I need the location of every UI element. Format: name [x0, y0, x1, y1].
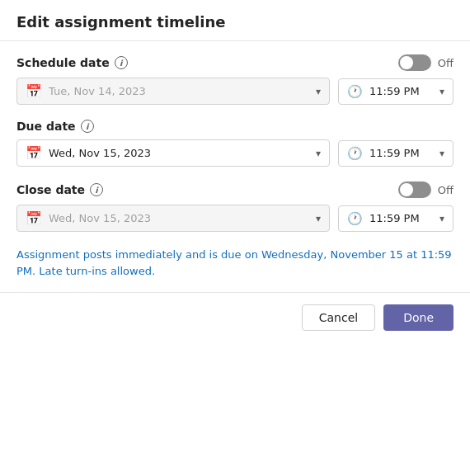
- close-date-picker[interactable]: 📅 Wed, Nov 15, 2023 ▾: [16, 205, 330, 232]
- schedule-date-calendar-icon: 📅: [26, 83, 42, 99]
- dialog-body: Schedule date i Off 📅 Tue, Nov 14, 2023 …: [0, 41, 470, 292]
- close-date-toggle-row: Off: [398, 181, 454, 198]
- due-time-clock-icon: 🕐: [347, 146, 363, 161]
- schedule-date-toggle-knob: [400, 56, 413, 69]
- close-date-label: Close date i: [16, 183, 103, 196]
- schedule-time-chevron-icon: ▾: [439, 86, 444, 97]
- done-button[interactable]: Done: [383, 304, 454, 331]
- schedule-date-picker[interactable]: 📅 Tue, Nov 14, 2023 ▾: [16, 78, 330, 105]
- close-date-info-icon[interactable]: i: [90, 183, 103, 196]
- schedule-date-toggle-label: Off: [438, 57, 454, 69]
- close-date-toggle-knob: [400, 183, 413, 196]
- schedule-date-label-text: Schedule date: [16, 56, 110, 69]
- edit-assignment-dialog: Edit assignment timeline Schedule date i…: [0, 0, 470, 342]
- cancel-button[interactable]: Cancel: [302, 304, 375, 331]
- schedule-date-inputs: 📅 Tue, Nov 14, 2023 ▾ 🕐 11:59 PM ▾: [16, 78, 454, 105]
- schedule-date-label-row: Schedule date i Off: [16, 54, 454, 71]
- due-date-label: Due date i: [16, 120, 94, 133]
- due-date-inputs: 📅 Wed, Nov 15, 2023 ▾ 🕐 11:59 PM ▾: [16, 139, 454, 167]
- schedule-date-toggle[interactable]: [398, 54, 431, 71]
- schedule-time-picker[interactable]: 🕐 11:59 PM ▾: [338, 78, 454, 105]
- close-time-value: 11:59 PM: [369, 212, 433, 224]
- due-date-value: Wed, Nov 15, 2023: [49, 147, 309, 159]
- due-date-section: Due date i 📅 Wed, Nov 15, 2023 ▾ 🕐 11:59…: [16, 120, 454, 167]
- close-date-value: Wed, Nov 15, 2023: [49, 212, 309, 224]
- due-date-label-text: Due date: [16, 120, 76, 133]
- due-time-picker[interactable]: 🕐 11:59 PM ▾: [338, 140, 454, 167]
- close-date-section: Close date i Off 📅 Wed, Nov 15, 2023 ▾: [16, 181, 454, 232]
- close-time-chevron-icon: ▾: [439, 213, 444, 224]
- close-date-label-row: Close date i Off: [16, 181, 454, 198]
- dialog-footer: Cancel Done: [0, 292, 470, 342]
- due-date-label-row: Due date i: [16, 120, 454, 133]
- close-time-picker[interactable]: 🕐 11:59 PM ▾: [338, 205, 454, 232]
- close-date-toggle-label: Off: [438, 184, 454, 196]
- schedule-date-section: Schedule date i Off 📅 Tue, Nov 14, 2023 …: [16, 54, 454, 105]
- dialog-header: Edit assignment timeline: [0, 0, 470, 41]
- close-time-clock-icon: 🕐: [347, 211, 363, 226]
- schedule-date-info-icon[interactable]: i: [115, 56, 128, 69]
- schedule-date-label: Schedule date i: [16, 56, 128, 69]
- close-date-toggle[interactable]: [398, 181, 431, 198]
- schedule-time-clock-icon: 🕐: [347, 84, 363, 99]
- due-date-chevron-icon: ▾: [316, 148, 321, 159]
- due-date-calendar-icon: 📅: [26, 145, 42, 161]
- close-date-label-text: Close date: [16, 183, 85, 196]
- due-time-value: 11:59 PM: [369, 147, 433, 159]
- close-date-chevron-icon: ▾: [316, 213, 321, 224]
- dialog-title: Edit assignment timeline: [16, 13, 225, 31]
- due-date-info-icon[interactable]: i: [81, 120, 94, 133]
- schedule-time-value: 11:59 PM: [369, 85, 433, 97]
- due-date-picker[interactable]: 📅 Wed, Nov 15, 2023 ▾: [16, 139, 330, 167]
- schedule-date-toggle-row: Off: [398, 54, 454, 71]
- info-message: Assignment posts immediately and is due …: [16, 247, 454, 279]
- schedule-date-value: Tue, Nov 14, 2023: [49, 85, 309, 97]
- close-date-calendar-icon: 📅: [26, 210, 42, 226]
- schedule-date-chevron-icon: ▾: [316, 86, 321, 97]
- due-time-chevron-icon: ▾: [439, 148, 444, 159]
- close-date-inputs: 📅 Wed, Nov 15, 2023 ▾ 🕐 11:59 PM ▾: [16, 205, 454, 232]
